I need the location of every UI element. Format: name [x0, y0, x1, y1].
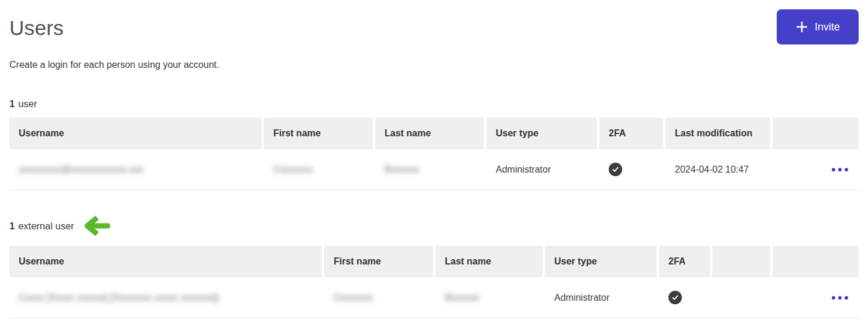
column-header-last-name: Last name — [435, 246, 543, 277]
external-users-table-header: Username First name Last name User type … — [9, 246, 859, 277]
last-name-value: Bxxxxxx — [385, 164, 419, 175]
empty-cell — [712, 277, 770, 318]
first-name-value: Cxxxxxxx — [273, 164, 313, 175]
table-row: sxxxxxxxx@xxxxxxxxxxxx.xxx Cxxxxxxx Bxxx… — [9, 149, 859, 190]
green-left-arrow-icon — [81, 214, 111, 238]
external-user-count-label: external user — [18, 221, 74, 232]
user-type-value: Administrator — [486, 149, 597, 190]
check-circle-icon — [668, 291, 682, 304]
plus-icon — [795, 20, 808, 33]
invite-button-label: Invite — [815, 21, 840, 33]
column-header-user-type: User type — [545, 246, 657, 277]
column-header-2fa: 2FA — [659, 246, 710, 277]
topbar: Users Invite — [0, 0, 868, 44]
column-header-user-type: User type — [486, 118, 597, 149]
external-users-section-label: 1 external user — [9, 214, 859, 238]
column-header-empty-1 — [712, 246, 770, 277]
column-header-actions — [773, 118, 859, 149]
first-name-value: Cxxxxxxx — [334, 293, 373, 303]
page-title: Users — [9, 16, 64, 40]
users-table: Username First name Last name User type … — [9, 118, 859, 190]
three-dots-icon[interactable] — [831, 164, 849, 175]
table-row: Cxxxx [Xxxxx xxxxxx] [Xxxxxxxx xxxxx xxx… — [9, 277, 859, 318]
user-type-value: Administrator — [545, 277, 657, 318]
column-header-last-name: Last name — [375, 118, 484, 149]
check-circle-icon — [609, 163, 622, 176]
username-value: sxxxxxxxx@xxxxxxxxxxxx.xxx — [19, 164, 143, 175]
column-header-last-modification: Last modification — [665, 118, 770, 149]
user-count-label: user — [18, 98, 37, 109]
column-header-first-name: First name — [324, 246, 433, 277]
username-value: Cxxxx [Xxxxx xxxxxx] [Xxxxxxxx xxxxx xxx… — [19, 293, 218, 303]
page-subtitle: Create a login for each person using you… — [9, 60, 859, 70]
users-section-label: 1 user — [9, 98, 859, 109]
last-modification-value: 2024-04-02 10:47 — [665, 149, 770, 190]
external-user-count: 1 — [9, 221, 15, 232]
column-header-first-name: First name — [264, 118, 373, 149]
external-users-table: Username First name Last name User type … — [9, 246, 859, 318]
three-dots-icon[interactable] — [831, 293, 849, 303]
column-header-2fa: 2FA — [599, 118, 663, 149]
invite-button[interactable]: Invite — [777, 9, 859, 44]
users-table-header: Username First name Last name User type … — [9, 118, 859, 149]
last-name-value: Bxxxxxx — [445, 293, 479, 303]
column-header-username: Username — [9, 246, 322, 277]
user-count: 1 — [9, 98, 15, 109]
column-header-empty-2 — [773, 246, 859, 277]
column-header-username: Username — [9, 118, 262, 149]
